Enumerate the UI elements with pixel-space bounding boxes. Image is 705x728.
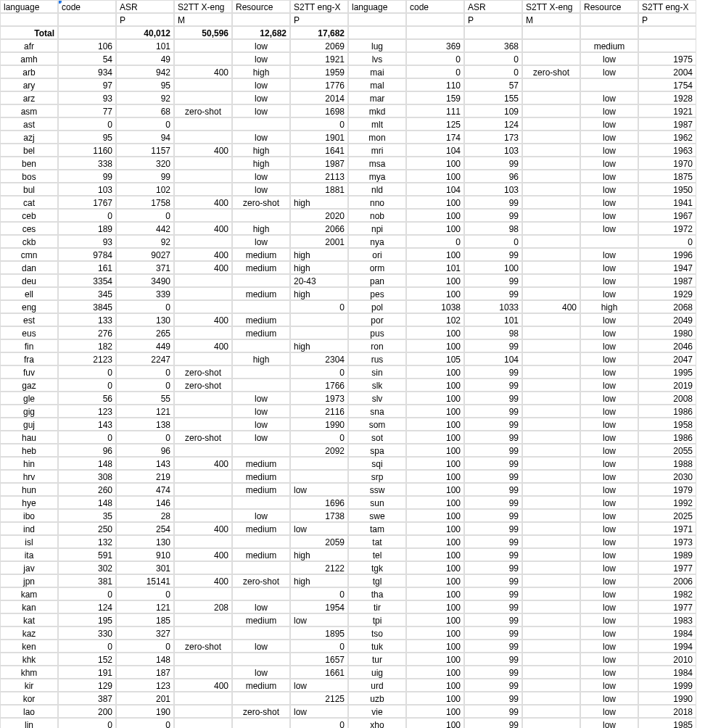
cell[interactable]: 100 — [406, 444, 464, 457]
cell[interactable] — [522, 91, 580, 104]
cell[interactable]: 2014 — [290, 91, 348, 104]
cell[interactable] — [232, 365, 290, 379]
cell[interactable]: 104 — [464, 352, 522, 365]
cell[interactable] — [522, 418, 580, 431]
cell[interactable]: low — [580, 653, 638, 666]
cell[interactable]: 161 — [58, 261, 116, 274]
cell[interactable] — [348, 13, 406, 26]
cell[interactable]: afr — [0, 39, 58, 52]
cell[interactable]: 100 — [406, 248, 464, 261]
cell[interactable]: S2TT eng-X — [638, 0, 696, 13]
cell[interactable]: uig — [348, 666, 406, 679]
cell[interactable]: 0 — [290, 587, 348, 600]
cell[interactable] — [522, 653, 580, 666]
cell[interactable] — [522, 144, 580, 157]
cell[interactable]: sin — [348, 365, 406, 379]
cell[interactable]: 1921 — [290, 52, 348, 65]
cell[interactable]: 2025 — [638, 509, 696, 522]
cell[interactable]: low — [580, 600, 638, 613]
cell[interactable]: 1895 — [290, 626, 348, 640]
cell[interactable]: low — [580, 574, 638, 587]
cell[interactable]: msa — [348, 157, 406, 170]
cell[interactable] — [174, 274, 232, 287]
cell[interactable]: isl — [0, 535, 58, 548]
cell[interactable]: tuk — [348, 640, 406, 653]
cell[interactable]: low — [580, 561, 638, 574]
cell[interactable]: zero-shot — [174, 379, 232, 392]
cell[interactable]: uzb — [348, 692, 406, 705]
cell[interactable]: 1982 — [638, 587, 696, 600]
cell[interactable] — [638, 26, 696, 39]
cell[interactable]: 0 — [58, 718, 116, 728]
cell[interactable]: 1971 — [638, 522, 696, 535]
cell[interactable]: 100 — [406, 705, 464, 718]
cell[interactable]: 99 — [464, 457, 522, 470]
cell[interactable]: khm — [0, 666, 58, 679]
cell[interactable]: 1972 — [638, 222, 696, 235]
cell[interactable]: 302 — [58, 561, 116, 574]
cell[interactable]: lao — [0, 705, 58, 718]
cell[interactable]: low — [580, 496, 638, 509]
cell[interactable]: hun — [0, 483, 58, 496]
cell[interactable]: 99 — [464, 209, 522, 222]
cell[interactable]: 101 — [116, 39, 174, 52]
cell[interactable] — [58, 26, 116, 39]
cell[interactable] — [522, 522, 580, 535]
cell[interactable]: high — [290, 548, 348, 561]
cell[interactable] — [174, 235, 232, 248]
cell[interactable]: high — [232, 157, 290, 170]
cell[interactable]: ASR — [116, 0, 174, 13]
cell[interactable] — [522, 352, 580, 365]
cell[interactable]: 0 — [290, 117, 348, 131]
cell[interactable]: 99 — [464, 666, 522, 679]
cell[interactable]: tur — [348, 653, 406, 666]
cell[interactable]: 0 — [58, 365, 116, 379]
cell[interactable]: 1973 — [638, 535, 696, 548]
cell[interactable]: low — [580, 626, 638, 640]
cell[interactable]: ASR — [464, 0, 522, 13]
cell[interactable]: 1758 — [116, 196, 174, 209]
cell[interactable]: low — [580, 274, 638, 287]
cell[interactable]: S2TT X-eng — [174, 0, 232, 13]
cell[interactable]: sna — [348, 405, 406, 418]
cell[interactable] — [522, 196, 580, 209]
cell[interactable] — [232, 300, 290, 313]
cell[interactable]: pus — [348, 326, 406, 339]
cell[interactable]: low — [580, 379, 638, 392]
cell[interactable]: 99 — [464, 548, 522, 561]
cell[interactable]: low — [580, 679, 638, 692]
cell[interactable]: 146 — [116, 496, 174, 509]
cell[interactable]: low — [232, 52, 290, 65]
cell[interactable]: low — [232, 104, 290, 117]
cell[interactable]: P — [290, 13, 348, 26]
cell[interactable]: language — [348, 0, 406, 13]
cell[interactable]: low — [232, 392, 290, 405]
cell[interactable]: gaz — [0, 379, 58, 392]
cell[interactable]: 1881 — [290, 183, 348, 196]
cell[interactable]: 0 — [406, 235, 464, 248]
cell[interactable]: tpi — [348, 613, 406, 626]
cell[interactable]: zero-shot — [174, 640, 232, 653]
cell[interactable]: 102 — [116, 183, 174, 196]
cell[interactable]: 100 — [406, 196, 464, 209]
cell[interactable]: low — [580, 405, 638, 418]
cell[interactable]: 190 — [116, 705, 174, 718]
cell[interactable]: P — [116, 13, 174, 26]
cell[interactable]: medium — [232, 548, 290, 561]
cell[interactable]: sun — [348, 496, 406, 509]
cell[interactable]: 0 — [406, 52, 464, 65]
cell[interactable] — [522, 548, 580, 561]
cell[interactable]: cat — [0, 196, 58, 209]
cell[interactable] — [174, 52, 232, 65]
cell[interactable]: low — [580, 104, 638, 117]
cell[interactable]: 93 — [58, 235, 116, 248]
cell[interactable]: 173 — [464, 131, 522, 144]
cell[interactable] — [174, 39, 232, 52]
cell[interactable]: 2092 — [290, 444, 348, 457]
cell[interactable]: 100 — [406, 157, 464, 170]
cell[interactable] — [522, 509, 580, 522]
cell[interactable] — [522, 705, 580, 718]
cell[interactable] — [522, 78, 580, 91]
cell[interactable]: 100 — [406, 405, 464, 418]
cell[interactable]: 1980 — [638, 326, 696, 339]
